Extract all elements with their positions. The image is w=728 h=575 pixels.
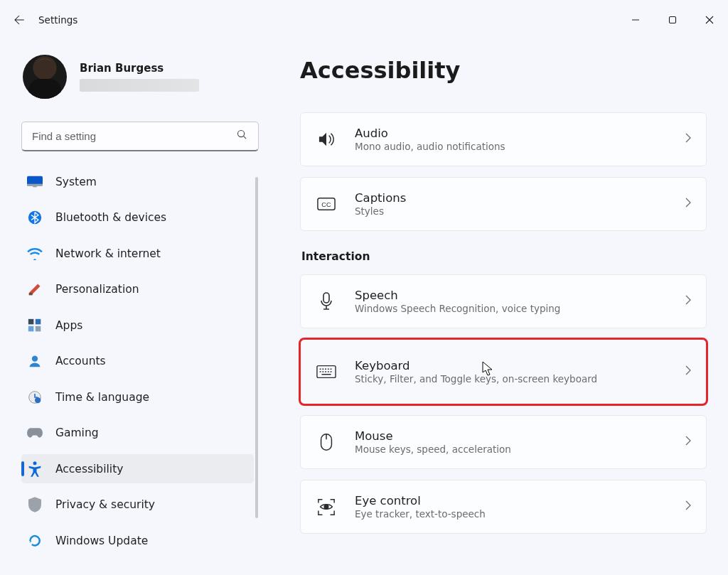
sidebar-item-label: Personalization [55, 283, 139, 296]
sidebar-item-label: Network & internet [55, 247, 161, 260]
sidebar-item-accounts[interactable]: Accounts [21, 347, 254, 376]
svg-point-14 [33, 461, 37, 465]
svg-rect-0 [670, 16, 676, 23]
paintbrush-icon [27, 281, 43, 297]
minimize-icon [631, 16, 640, 24]
search-icon [236, 129, 248, 144]
nav-list: System Bluetooth & devices Network & int… [21, 167, 254, 562]
close-button[interactable] [691, 6, 728, 34]
mouse-icon [316, 432, 336, 452]
card-subtitle: Mouse keys, speed, acceleration [355, 444, 685, 455]
sidebar-item-label: Accounts [55, 355, 106, 367]
svg-rect-17 [323, 293, 329, 303]
accessibility-icon [27, 461, 43, 477]
sidebar-item-label: System [55, 176, 97, 188]
card-eyecontrol[interactable]: Eye control Eye tracker, text-to-speech [300, 480, 707, 534]
user-block[interactable]: Brian Burgess [23, 55, 254, 99]
sidebar-item-label: Apps [55, 319, 82, 332]
svg-rect-4 [33, 186, 37, 187]
eye-focus-icon [316, 497, 336, 517]
svg-point-20 [324, 505, 328, 509]
search-input[interactable] [32, 130, 236, 142]
system-icon [27, 174, 43, 190]
arrow-left-icon [13, 14, 26, 26]
sidebar-item-label: Windows Update [55, 534, 148, 547]
avatar [23, 55, 67, 99]
gamepad-icon [27, 425, 43, 441]
window-controls [617, 6, 728, 34]
person-icon [27, 353, 43, 369]
maximize-icon [668, 16, 677, 24]
titlebar: Settings [0, 0, 728, 39]
sidebar-item-label: Bluetooth & devices [55, 211, 166, 224]
card-keyboard[interactable]: Keyboard Sticky, Filter, and Toggle keys… [300, 339, 707, 404]
search-box[interactable] [21, 122, 259, 151]
card-subtitle: Sticky, Filter, and Toggle keys, on-scre… [355, 373, 685, 385]
card-title: Eye control [355, 494, 685, 507]
card-subtitle: Mono audio, audio notifications [355, 141, 685, 152]
card-audio[interactable]: Audio Mono audio, audio notifications [300, 112, 707, 166]
card-subtitle: Styles [355, 205, 685, 217]
keyboard-icon [316, 362, 336, 382]
window-title: Settings [38, 14, 77, 26]
page-title: Accessibility [300, 57, 707, 84]
sidebar-item-apps[interactable]: Apps [21, 311, 254, 340]
user-name: Brian Burgess [80, 62, 199, 75]
svg-rect-6 [29, 293, 33, 295]
card-subtitle: Eye tracker, text-to-speech [355, 508, 685, 520]
card-group-hearing: Audio Mono audio, audio notifications CC… [300, 112, 707, 236]
clock-globe-icon [27, 389, 43, 405]
sidebar-item-label: Gaming [55, 426, 99, 439]
card-speech[interactable]: Speech Windows Speech Recognition, voice… [300, 274, 707, 328]
sidebar-item-accessibility[interactable]: Accessibility [21, 454, 254, 483]
update-icon [27, 533, 43, 549]
bluetooth-icon [27, 210, 43, 225]
sidebar-item-personalization[interactable]: Personalization [21, 275, 254, 304]
scrollbar[interactable] [255, 177, 258, 518]
svg-point-13 [35, 397, 41, 403]
wifi-icon [27, 246, 43, 262]
microphone-icon [316, 291, 336, 311]
captions-icon: CC [316, 194, 336, 214]
sidebar-item-label: Time & language [55, 391, 149, 404]
svg-text:CC: CC [321, 201, 331, 208]
user-email-redacted [80, 79, 199, 92]
card-title: Mouse [355, 429, 685, 443]
chevron-right-icon [685, 365, 692, 379]
main-panel: Accessibility Audio Mono audio, audio no… [268, 39, 728, 575]
back-button[interactable] [0, 0, 38, 39]
svg-rect-10 [36, 326, 41, 331]
sidebar-item-gaming[interactable]: Gaming [21, 419, 254, 448]
svg-rect-8 [36, 318, 41, 324]
chevron-right-icon [685, 294, 692, 308]
sidebar-item-update[interactable]: Windows Update [21, 526, 254, 555]
card-group-interaction: Speech Windows Speech Recognition, voice… [300, 274, 707, 539]
sidebar: Brian Burgess System [0, 39, 268, 575]
card-title: Audio [355, 127, 685, 140]
card-subtitle: Windows Speech Recognition, voice typing [355, 303, 685, 314]
close-icon [705, 16, 714, 24]
svg-rect-7 [28, 318, 34, 324]
sidebar-item-network[interactable]: Network & internet [21, 239, 254, 268]
svg-point-11 [32, 356, 38, 362]
card-title: Speech [355, 289, 685, 302]
card-captions[interactable]: CC Captions Styles [300, 177, 707, 231]
sidebar-item-bluetooth[interactable]: Bluetooth & devices [21, 203, 254, 232]
chevron-right-icon [685, 435, 692, 449]
card-title: Keyboard [355, 359, 685, 372]
section-label-interaction: Interaction [301, 250, 707, 263]
svg-rect-9 [28, 326, 34, 331]
shield-icon [27, 497, 43, 512]
sidebar-item-privacy[interactable]: Privacy & security [21, 490, 254, 520]
svg-rect-3 [27, 183, 43, 186]
apps-icon [27, 318, 43, 333]
sidebar-item-system[interactable]: System [21, 167, 254, 196]
maximize-button[interactable] [654, 6, 691, 34]
card-title: Captions [355, 191, 685, 205]
sidebar-item-time[interactable]: Time & language [21, 382, 254, 412]
svg-point-1 [237, 130, 244, 136]
minimize-button[interactable] [617, 6, 654, 34]
sidebar-item-label: Accessibility [55, 463, 123, 475]
chevron-right-icon [685, 132, 692, 146]
card-mouse[interactable]: Mouse Mouse keys, speed, acceleration [300, 415, 707, 469]
